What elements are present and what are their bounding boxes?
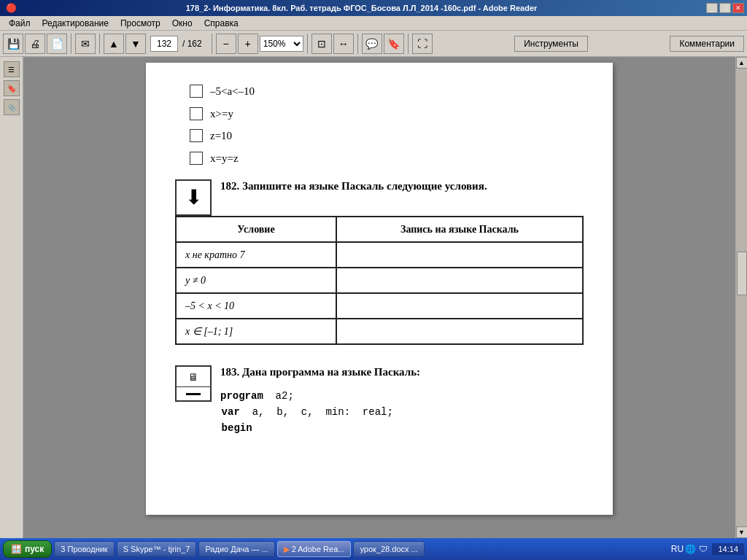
checkbox-item-2: x>=y — [190, 106, 584, 122]
scroll-down-button[interactable]: ▼ — [736, 526, 748, 538]
menu-file[interactable]: Файл — [3, 17, 36, 30]
task-182-number: 182. — [220, 180, 239, 192]
window-title: 178_2- Информатика. 8кл. Раб. тетрадь ФГ… — [17, 4, 706, 12]
table-row-2: y ≠ 0 — [176, 268, 583, 293]
table-row-4: x ∈ [–1; 1] — [176, 319, 583, 344]
checkbox-3[interactable] — [190, 129, 203, 142]
page-number-input[interactable]: 132 — [150, 36, 178, 52]
checkbox-label-4: x=y=z — [210, 150, 239, 167]
toolbar-fit-width-btn[interactable]: ↔ — [333, 34, 354, 54]
checkbox-2[interactable] — [190, 107, 203, 120]
scroll-up-button[interactable]: ▲ — [736, 57, 748, 69]
tray-lang: RU — [671, 543, 683, 555]
taskbar-item-1-label: S Skype™ - tjrin_7 — [123, 545, 190, 553]
maximize-button[interactable]: □ — [719, 3, 731, 13]
toolbar-save-btn[interactable]: 💾 — [3, 34, 23, 54]
program-text: program a2; var a, b, c, min: real; begi… — [197, 388, 584, 437]
program-line-3: begin — [197, 420, 584, 436]
pascal-table: Условие Запись на языке Паскаль x не кра… — [175, 216, 584, 345]
task-183-title: 183. Дана программа на языке Паскаль: — [175, 364, 584, 381]
separator-5 — [357, 34, 358, 54]
table-header-condition: Условие — [176, 217, 336, 242]
taskbar-item-1[interactable]: S Skype™ - tjrin_7 — [117, 541, 197, 557]
pdf-content-wrapper: –5<a<–10 x>=y z=10 x=y=z ⬇ — [23, 57, 735, 538]
vertical-scrollbar: ▲ ▼ — [735, 57, 747, 538]
task-183-number: 183. — [220, 366, 239, 378]
table-cell-pascal-1 — [336, 242, 583, 268]
task-183-description: Дана программа на языке Паскаль: — [242, 366, 420, 378]
toolbar-comment-btn[interactable]: 💬 — [362, 34, 382, 54]
table-row-1: x не кратно 7 — [176, 242, 583, 268]
sidebar-bookmark-icon[interactable]: 🔖 — [4, 80, 20, 96]
close-button[interactable]: ✕ — [732, 3, 744, 13]
sidebar-attach-icon[interactable]: 📎 — [4, 99, 20, 115]
toolbar-print-btn[interactable]: 🖨 — [25, 34, 45, 54]
table-cell-condition-3: –5 < x < 10 — [176, 293, 336, 319]
checkbox-list: –5<a<–10 x>=y z=10 x=y=z — [190, 83, 584, 166]
table-row-3: –5 < x < 10 — [176, 293, 583, 319]
table-cell-pascal-2 — [336, 268, 583, 293]
main-area: ☰ 🔖 📎 –5<a<–10 x>=y z=10 — [0, 57, 747, 538]
checkbox-4[interactable] — [190, 152, 203, 165]
menu-help[interactable]: Справка — [198, 17, 244, 30]
table-cell-condition-1: x не кратно 7 — [176, 242, 336, 268]
menu-window[interactable]: Окно — [166, 17, 198, 30]
table-cell-condition-2: y ≠ 0 — [176, 268, 336, 293]
taskbar: 🪟 пуск 3 Проводник S Skype™ - tjrin_7 Ра… — [0, 538, 747, 560]
comments-button[interactable]: Комментарии — [670, 36, 744, 52]
window-controls[interactable]: _ □ ✕ — [706, 3, 744, 13]
start-label: пуск — [25, 544, 44, 554]
separator-6 — [408, 34, 409, 54]
start-button[interactable]: 🪟 пуск — [3, 540, 52, 558]
toolbar-email-btn[interactable]: ✉ — [75, 34, 96, 54]
checkbox-1[interactable] — [190, 85, 203, 98]
tools-button[interactable]: Инструменты — [514, 36, 588, 52]
table-header-pascal: Запись на языке Паскаль — [336, 217, 583, 242]
checkbox-label-2: x>=y — [210, 106, 233, 122]
sidebar-hand-icon[interactable]: ☰ — [4, 61, 20, 77]
separator-2 — [99, 34, 100, 54]
taskbar-item-0-label: 3 Проводник — [61, 545, 107, 553]
program-line-1: program a2; — [197, 388, 584, 404]
taskbar-item-3[interactable]: ▶ 2 Adobe Rea... — [277, 541, 352, 557]
task-182-description: Запишите на языке Паскаль следующие усло… — [242, 180, 487, 192]
task-182-icon: ⬇ — [175, 179, 212, 216]
left-sidebar: ☰ 🔖 📎 — [0, 57, 23, 538]
toolbar-zoom-out-btn[interactable]: − — [216, 34, 236, 54]
system-clock: 14:14 — [712, 543, 744, 555]
taskbar-item-0[interactable]: 3 Проводник — [54, 541, 114, 557]
table-cell-pascal-3 — [336, 293, 583, 319]
system-tray: RU 🌐 🛡 — [671, 543, 709, 555]
start-icon: 🪟 — [11, 544, 22, 554]
keyword-program: program — [220, 390, 263, 402]
scroll-track[interactable] — [736, 69, 748, 526]
separator-3 — [212, 34, 212, 54]
task-183-icon: 🖥 ▬▬ — [175, 365, 212, 402]
table-cell-pascal-4 — [336, 319, 583, 344]
checkbox-label-3: z=10 — [210, 128, 232, 144]
zoom-select[interactable]: 150% 100% 75% 50% — [260, 36, 303, 52]
checkbox-item-4: x=y=z — [190, 150, 584, 167]
pdf-page: –5<a<–10 x>=y z=10 x=y=z ⬇ — [146, 63, 613, 515]
toolbar-next-page-btn[interactable]: ▼ — [125, 34, 146, 54]
toolbar-open-btn[interactable]: 📄 — [47, 34, 67, 54]
toolbar-highlight-btn[interactable]: 🔖 — [384, 34, 404, 54]
minimize-button[interactable]: _ — [706, 3, 718, 13]
menu-edit[interactable]: Редактирование — [36, 17, 115, 30]
toolbar-zoom-in-btn[interactable]: + — [238, 34, 258, 54]
separator-1 — [71, 34, 71, 54]
menu-view[interactable]: Просмотр — [115, 17, 166, 30]
menu-bar: Файл Редактирование Просмотр Окно Справк… — [0, 16, 747, 31]
scroll-thumb[interactable] — [737, 252, 747, 295]
table-cell-condition-4: x ∈ [–1; 1] — [176, 319, 336, 344]
toolbar-prev-page-btn[interactable]: ▲ — [104, 34, 124, 54]
tray-antivirus: 🛡 — [697, 543, 709, 555]
taskbar-item-4[interactable]: урок_28.docx ... — [353, 541, 424, 557]
taskbar-right: RU 🌐 🛡 14:14 — [671, 543, 744, 555]
checkbox-item-3: z=10 — [190, 128, 584, 144]
toolbar-fullscreen-btn[interactable]: ⛶ — [412, 34, 433, 54]
toolbar: 💾 🖨 📄 ✉ ▲ ▼ 132 / 162 − + 150% 100% 75% … — [0, 31, 747, 57]
taskbar-item-2[interactable]: Радио Дача — ... — [198, 541, 274, 557]
toolbar-fit-page-btn[interactable]: ⊡ — [311, 34, 332, 54]
task-182: ⬇ 182. Запишите на языке Паскаль следующ… — [175, 178, 584, 351]
